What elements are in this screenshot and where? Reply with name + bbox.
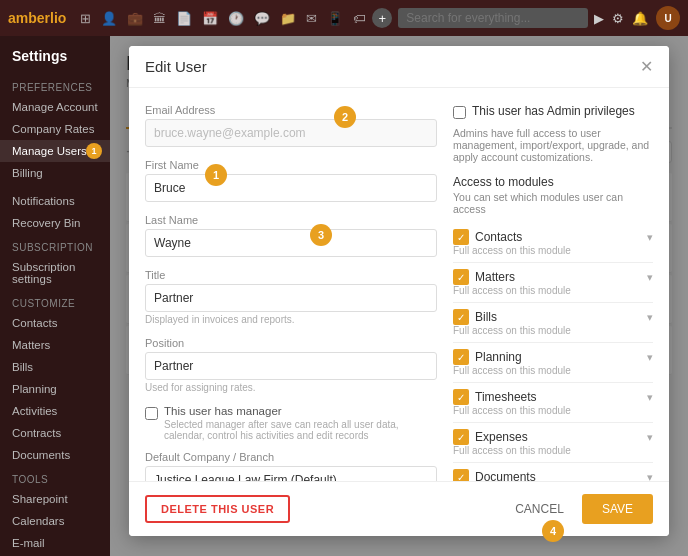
settings-icon[interactable]: ⚙ <box>612 11 624 26</box>
module-sub-matters: Full access on this module <box>453 285 653 296</box>
play-icon[interactable]: ▶ <box>594 11 604 26</box>
email-label: Email Address <box>145 104 437 116</box>
step-badge-4: 4 <box>542 520 564 542</box>
delete-user-button[interactable]: DELETE THIS USER <box>145 495 290 523</box>
position-desc: Used for assigning rates. <box>145 382 437 393</box>
module-item-matters: ✓ Matters ▾ Full access on this module <box>453 263 653 303</box>
module-check-contacts[interactable]: ✓ <box>453 229 469 245</box>
edit-user-modal: Edit User ✕ Email Address First Name <box>129 46 669 536</box>
modules-title: Access to modules <box>453 175 653 189</box>
modal-right: This user has Admin privileges Admins ha… <box>453 104 653 536</box>
sidebar-item-manage-account[interactable]: Manage Account <box>0 96 110 118</box>
admin-desc: Admins have full access to user manageme… <box>453 127 653 163</box>
modal-title: Edit User <box>145 58 207 75</box>
folder-icon[interactable]: 📁 <box>280 11 296 26</box>
sidebar-section-preferences: PREFERENCES <box>0 74 110 96</box>
module-check-planning[interactable]: ✓ <box>453 349 469 365</box>
user-avatar[interactable]: U <box>656 6 680 30</box>
sidebar-item-company-rates[interactable]: Company Rates <box>0 118 110 140</box>
firstname-label: First Name <box>145 159 437 171</box>
module-check-expenses[interactable]: ✓ <box>453 429 469 445</box>
has-manager-row: This user has manager Selected manager a… <box>145 405 437 441</box>
module-sub-bills: Full access on this module <box>453 325 653 336</box>
firstname-field[interactable] <box>145 174 437 202</box>
module-chevron-planning[interactable]: ▾ <box>647 351 653 364</box>
email-field[interactable] <box>145 119 437 147</box>
lastname-field[interactable] <box>145 229 437 257</box>
sidebar-section-subscription: SUBSCRIPTION <box>0 234 110 256</box>
module-chevron-bills[interactable]: ▾ <box>647 311 653 324</box>
module-sub-timesheets: Full access on this module <box>453 405 653 416</box>
modal-close-button[interactable]: ✕ <box>640 59 653 75</box>
sidebar-item-matters[interactable]: Matters <box>0 334 110 356</box>
email-icon[interactable]: ✉ <box>306 11 317 26</box>
module-check-bills[interactable]: ✓ <box>453 309 469 325</box>
app-logo: amberlio <box>8 10 66 26</box>
module-chevron-expenses[interactable]: ▾ <box>647 431 653 444</box>
position-select[interactable]: Partner Associate Manager <box>145 352 437 380</box>
modal-header: Edit User ✕ <box>129 46 669 88</box>
tag-icon[interactable]: 🏷 <box>353 11 366 26</box>
has-manager-label: This user has manager Selected manager a… <box>164 405 437 441</box>
module-item-bills: ✓ Bills ▾ Full access on this module <box>453 303 653 343</box>
module-name-expenses: Expenses <box>475 430 528 444</box>
module-name-matters: Matters <box>475 270 515 284</box>
grid-icon[interactable]: ⊞ <box>80 11 91 26</box>
building-icon[interactable]: 🏛 <box>153 11 166 26</box>
document-icon[interactable]: 📄 <box>176 11 192 26</box>
module-check-matters[interactable]: ✓ <box>453 269 469 285</box>
bell-icon[interactable]: 🔔 <box>632 11 648 26</box>
save-button[interactable]: SAVE <box>582 494 653 524</box>
title-field[interactable] <box>145 284 437 312</box>
clock-icon[interactable]: 🕐 <box>228 11 244 26</box>
module-sub-expenses: Full access on this module <box>453 445 653 456</box>
sidebar: Settings PREFERENCES Manage Account Comp… <box>0 36 110 556</box>
sidebar-item-email[interactable]: E-mail <box>0 532 110 554</box>
has-manager-checkbox[interactable] <box>145 407 158 420</box>
add-button[interactable]: + <box>372 8 392 28</box>
position-group: Position Partner Associate Manager Used … <box>145 337 437 393</box>
module-item-timesheets: ✓ Timesheets ▾ Full access on this modul… <box>453 383 653 423</box>
admin-checkbox[interactable] <box>453 106 466 119</box>
sidebar-item-calendars[interactable]: Calendars <box>0 510 110 532</box>
sidebar-item-notifications[interactable]: Notifications <box>0 190 110 212</box>
layout: Settings PREFERENCES Manage Account Comp… <box>0 36 688 556</box>
navbar: amberlio ⊞ 👤 💼 🏛 📄 📅 🕐 💬 📁 ✉ 📱 🏷 + ▶ ⚙ 🔔… <box>0 0 688 36</box>
sidebar-item-documents[interactable]: Documents <box>0 444 110 466</box>
title-desc: Displayed in invoices and reports. <box>145 314 437 325</box>
lastname-label: Last Name <box>145 214 437 226</box>
sidebar-item-billing[interactable]: Billing <box>0 162 110 184</box>
sidebar-item-manage-users[interactable]: Manage Users 1 <box>0 140 110 162</box>
sidebar-item-bills[interactable]: Bills <box>0 356 110 378</box>
position-label: Position <box>145 337 437 349</box>
user-icon[interactable]: 👤 <box>101 11 117 26</box>
sidebar-section-customize: CUSTOMIZE <box>0 290 110 312</box>
module-name-timesheets: Timesheets <box>475 390 537 404</box>
sidebar-item-recovery-bin[interactable]: Recovery Bin <box>0 212 110 234</box>
module-chevron-matters[interactable]: ▾ <box>647 271 653 284</box>
sidebar-item-subscription-settings[interactable]: Subscription settings <box>0 256 110 290</box>
module-check-timesheets[interactable]: ✓ <box>453 389 469 405</box>
module-chevron-timesheets[interactable]: ▾ <box>647 391 653 404</box>
sidebar-title: Settings <box>0 48 110 74</box>
cancel-button[interactable]: CANCEL <box>505 494 574 524</box>
sidebar-item-planning[interactable]: Planning <box>0 378 110 400</box>
briefcase-icon[interactable]: 💼 <box>127 11 143 26</box>
module-name-planning: Planning <box>475 350 522 364</box>
phone-icon[interactable]: 📱 <box>327 11 343 26</box>
navbar-search[interactable] <box>398 8 588 28</box>
sidebar-item-contracts[interactable]: Contracts <box>0 422 110 444</box>
main-content: Manage Users Manage users, titles and se… <box>110 36 688 556</box>
sidebar-item-contacts[interactable]: Contacts <box>0 312 110 334</box>
footer-right: CANCEL SAVE <box>505 494 653 524</box>
module-chevron-contacts[interactable]: ▾ <box>647 231 653 244</box>
step-badge-2: 2 <box>334 106 356 128</box>
sidebar-item-sharepoint[interactable]: Sharepoint <box>0 488 110 510</box>
chat-icon[interactable]: 💬 <box>254 11 270 26</box>
sidebar-item-activities[interactable]: Activities <box>0 400 110 422</box>
modal-overlay: 1 2 Edit User ✕ Email Address <box>110 36 688 556</box>
title-label: Title <box>145 269 437 281</box>
module-item-expenses: ✓ Expenses ▾ Full access on this module <box>453 423 653 463</box>
admin-checkbox-row: This user has Admin privileges <box>453 104 653 119</box>
calendar-icon[interactable]: 📅 <box>202 11 218 26</box>
